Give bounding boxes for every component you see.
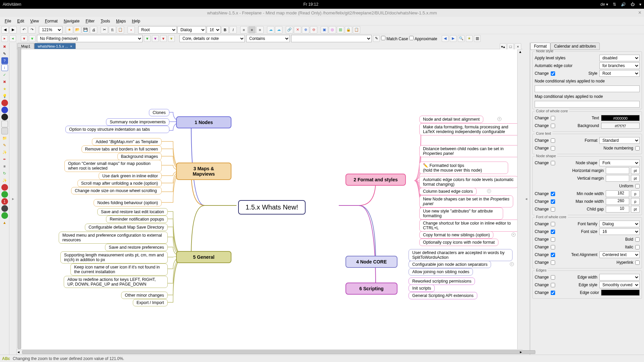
- tab-maximize-button[interactable]: □: [507, 43, 514, 50]
- horizontal-scrollbar[interactable]: ◂ ▸: [17, 349, 523, 355]
- find-button[interactable]: 🔍: [458, 35, 465, 42]
- vertical-margin-input[interactable]: [606, 175, 629, 182]
- edge-width-select[interactable]: [599, 274, 640, 281]
- unlink-button[interactable]: ✕: [294, 26, 301, 34]
- icon-flag-blue[interactable]: [1, 107, 8, 113]
- node-b2-item[interactable]: Change shortcut for blue color in inline…: [419, 220, 517, 232]
- icon-star[interactable]: ★: [1, 85, 8, 92]
- unit-label[interactable]: p: [631, 190, 640, 197]
- attributes-button[interactable]: 📋: [353, 26, 360, 34]
- format-select[interactable]: Standard: [599, 137, 640, 144]
- menu-navigate[interactable]: Navigate: [61, 18, 82, 24]
- node-b1-item[interactable]: Summary node improvements: [106, 118, 169, 126]
- node-b2-item[interactable]: Column based edge colors: [419, 188, 477, 195]
- right-panel-collapse[interactable]: ◂: [523, 43, 530, 355]
- filter-undo-button[interactable]: ▼: [168, 35, 175, 42]
- menu-maps[interactable]: Maps: [113, 18, 128, 24]
- hyperlink-checkbox[interactable]: [635, 260, 640, 265]
- style-select[interactable]: Root: [599, 70, 640, 77]
- node-b2-item[interactable]: ✏️ Formatted tool tips(hold the mouse ov…: [419, 162, 508, 174]
- node-b2-item[interactable]: New Node shapes can be set in the Proper…: [419, 195, 513, 207]
- node-b3-item[interactable]: Remove tabs and borders in full screen: [82, 145, 162, 153]
- node-b2-item[interactable]: Copy format to new siblings (option): [419, 231, 493, 239]
- node-b3-item[interactable]: Scroll map after unfolding a node (optio…: [77, 180, 162, 187]
- print-button[interactable]: 🖨: [90, 26, 97, 34]
- menu-filter[interactable]: Filter: [83, 18, 97, 24]
- horizontal-margin-input[interactable]: [606, 167, 629, 174]
- node-b6-item[interactable]: Init scripts: [409, 285, 435, 292]
- icon-info[interactable]: i: [1, 64, 8, 71]
- zoom-select[interactable]: 121%: [39, 26, 62, 34]
- node-b5-item[interactable]: Keep icon name of user icon if it's not …: [70, 263, 168, 276]
- tab-active[interactable]: whatsNew-1.5.x ...×: [34, 43, 76, 49]
- icon-magic[interactable]: ✨: [1, 177, 8, 184]
- icon-empty[interactable]: [1, 121, 8, 127]
- cut-button[interactable]: ✂: [101, 26, 108, 34]
- tab-calendar-attributes[interactable]: Calendar and attributes: [550, 43, 600, 50]
- font-size-select[interactable]: 16: [599, 228, 640, 235]
- icon-edit[interactable]: ✎: [1, 50, 8, 57]
- copy-button[interactable]: ⎘: [109, 26, 116, 34]
- node-b5-item[interactable]: Supporting length measurement units pt, …: [60, 251, 168, 263]
- spellcheck-indicator-icon[interactable]: ABc: [2, 356, 10, 361]
- menu-edit[interactable]: Edit: [14, 18, 27, 24]
- unit-label[interactable]: p: [631, 198, 640, 205]
- node-b1-item[interactable]: Option to copy structure indentation as …: [65, 126, 169, 133]
- change-format-checkbox[interactable]: [551, 138, 555, 143]
- menu-tools[interactable]: Tools: [98, 18, 113, 24]
- undo-button[interactable]: ↶: [20, 26, 28, 34]
- icon-list[interactable]: ≡: [1, 163, 8, 170]
- node-b2-item[interactable]: Automatic edge colors for node levels (a…: [419, 176, 517, 188]
- change-fontsize-checkbox[interactable]: [551, 230, 555, 234]
- icon-folder[interactable]: 📁: [1, 135, 8, 141]
- open-button[interactable]: 📂: [74, 26, 81, 34]
- style-select[interactable]: Root: [138, 26, 177, 34]
- power-icon[interactable]: ⏻: [631, 2, 635, 7]
- node-b6-item[interactable]: Reworked scripting permissions: [409, 278, 475, 285]
- icon-arrow-up[interactable]: ▲: [1, 219, 8, 226]
- vertical-scrollbar[interactable]: ▴: [517, 49, 523, 349]
- node-b5-item[interactable]: Save and restore last edit location: [97, 208, 168, 216]
- save-button[interactable]: 💾: [82, 26, 89, 34]
- new-child-button[interactable]: •: [127, 26, 135, 34]
- node-numbering-checkbox[interactable]: [635, 146, 640, 150]
- icon-go[interactable]: [1, 191, 8, 198]
- node-b2-item[interactable]: Make data formatting, formula processing…: [419, 123, 517, 135]
- system-menu-chevron-icon[interactable]: ▾: [639, 2, 641, 7]
- icon-square[interactable]: [1, 128, 8, 134]
- node-b5-item[interactable]: Save and restore preferences: [105, 244, 168, 251]
- node-b4[interactable]: 4 Node CORE: [345, 256, 397, 268]
- node-b2[interactable]: 2 Format and styles: [345, 174, 406, 186]
- node-b5-item[interactable]: Reminder notification popups: [106, 216, 168, 223]
- text-alignment-select[interactable]: Centered text: [599, 251, 640, 258]
- filter-ancestors-button[interactable]: ▼: [152, 35, 159, 42]
- change-edgewidth-checkbox[interactable]: [551, 275, 555, 280]
- keyboard-layout-indicator[interactable]: de ▾: [600, 2, 608, 7]
- icon-flag-red[interactable]: [1, 100, 8, 106]
- filter-select-button[interactable]: ▼: [144, 35, 151, 42]
- tab-menu-button[interactable]: ▾▴: [500, 43, 506, 50]
- window-close-button[interactable]: ×: [638, 10, 641, 16]
- change-fontfamily-checkbox[interactable]: [551, 222, 555, 226]
- center-button[interactable]: ◎: [329, 26, 336, 34]
- node-b4-item[interactable]: Configurable join node action separators: [409, 261, 491, 268]
- find-prev-button[interactable]: ◀: [442, 35, 448, 42]
- node-b3-item[interactable]: Nodes folding behaviour (option): [94, 199, 162, 206]
- node-b2-item[interactable]: Optionally copy icons with node format: [419, 239, 498, 246]
- filter-apply-button[interactable]: ▼: [29, 35, 36, 42]
- node-b1[interactable]: 1 Nodes: [176, 116, 231, 128]
- icon-idea[interactable]: 💡: [1, 93, 8, 99]
- icon-warning[interactable]: ✖: [1, 78, 8, 85]
- icon-led-green[interactable]: [1, 212, 8, 219]
- icon-ok[interactable]: ✓: [1, 71, 8, 78]
- fit-page-button[interactable]: ▣: [321, 26, 328, 34]
- remove-link-button[interactable]: ⊖: [310, 26, 317, 34]
- icon-wizard[interactable]: ✨: [1, 149, 8, 156]
- node-b2-item[interactable]: Use new style "attributes" for attribute…: [419, 207, 503, 220]
- bold-checkbox[interactable]: [635, 237, 640, 242]
- change-shape-checkbox[interactable]: [551, 161, 555, 165]
- change-alignment-checkbox[interactable]: [551, 253, 555, 257]
- node-b5-item[interactable]: Moved menu and preference configuration …: [59, 232, 168, 244]
- align-left-button[interactable]: ≡: [240, 26, 248, 34]
- menu-file[interactable]: File: [2, 18, 14, 24]
